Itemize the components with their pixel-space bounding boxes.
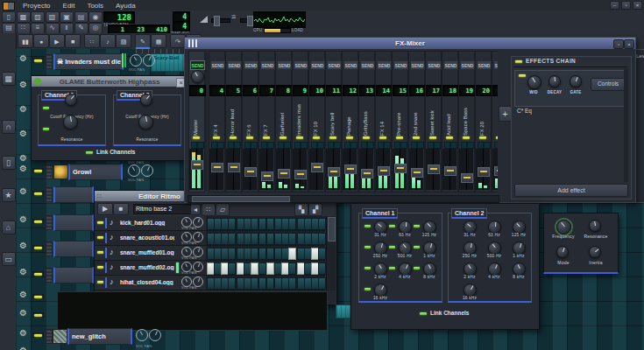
eq-band-knob[interactable]: [513, 262, 526, 276]
beat-cell[interactable]: [258, 218, 266, 230]
beat-track-led[interactable]: [97, 281, 103, 284]
fader-handle[interactable]: [478, 167, 490, 177]
toggle-song-editor-icon[interactable]: ▤: [2, 23, 16, 34]
eq-band-knob[interactable]: [513, 220, 526, 234]
beat-cell[interactable]: [258, 233, 266, 245]
track-gear-icon[interactable]: ⚙: [19, 80, 27, 89]
beat-sample-name[interactable]: snare_muffled01.ogg: [120, 249, 174, 256]
open-recent-icon[interactable]: ▧: [46, 11, 60, 23]
eq-band-led[interactable]: [414, 267, 420, 270]
beat-cell[interactable]: [228, 248, 236, 260]
draw-mode-button[interactable]: ✎: [135, 34, 151, 49]
fader-handle[interactable]: [261, 172, 273, 181]
eq-band-knob[interactable]: [423, 242, 436, 255]
send-button[interactable]: SEND: [210, 60, 225, 70]
eq-band-knob[interactable]: [464, 242, 477, 255]
channel-box-b[interactable]: [317, 142, 324, 149]
resonance-knob[interactable]: [138, 115, 153, 130]
channel-box-a[interactable]: [244, 142, 251, 149]
send-button[interactable]: SEND: [277, 60, 292, 70]
track-gear-icon[interactable]: ⚙: [19, 164, 27, 173]
send-button[interactable]: SEND: [343, 60, 358, 70]
channel-box-b[interactable]: [301, 142, 308, 149]
channel-mute-led[interactable]: [396, 136, 403, 139]
track-name-invaders[interactable]: ☠ Invaders must die: [53, 53, 124, 70]
save-project-icon[interactable]: ▣: [60, 11, 74, 23]
eq-band-led[interactable]: [364, 246, 371, 248]
channel-box-b[interactable]: [234, 142, 241, 149]
track-name-bar[interactable]: [53, 186, 94, 203]
eq-band-led[interactable]: [364, 288, 371, 290]
eq-band-knob[interactable]: [399, 242, 412, 255]
master-pitch-handle[interactable]: [247, 16, 253, 26]
beat-cell[interactable]: [288, 262, 296, 275]
eq-band-knob[interactable]: [399, 220, 412, 234]
track-mute-led[interactable]: [34, 192, 42, 195]
fader-handle[interactable]: [294, 170, 307, 179]
menu-proyecto[interactable]: Proyecto: [18, 2, 56, 10]
send-button[interactable]: SEND: [460, 60, 475, 70]
eq-band-knob[interactable]: [464, 220, 477, 234]
beat-sample-name[interactable]: snare_muffled02.ogg: [120, 264, 174, 270]
beat-track-led[interactable]: [97, 251, 103, 254]
channel-box-a[interactable]: [361, 142, 368, 149]
fader-handle[interactable]: [228, 163, 240, 172]
mixer-strip-14[interactable]: SEND14FX 14: [375, 51, 392, 192]
mixer-strip-21[interactable]: SEND21: [492, 51, 498, 192]
record-button[interactable]: ●: [33, 34, 49, 48]
resonance-led[interactable]: [43, 128, 49, 130]
track-gear-icon[interactable]: ⚙: [19, 329, 27, 338]
menu-edit[interactable]: Edit: [58, 2, 81, 10]
sidebar-presets-icon[interactable]: ▯: [2, 156, 16, 170]
toggle-controller-rack-icon[interactable]: ◎: [88, 23, 103, 34]
beat-cell[interactable]: [228, 262, 236, 275]
resonance-knob[interactable]: [63, 115, 78, 130]
mixer-strip-20[interactable]: SEND20FX 20: [475, 51, 492, 192]
eq-band-led[interactable]: [389, 225, 395, 228]
channel-mute-led[interactable]: [213, 136, 220, 139]
sidebar-home-icon[interactable]: ⌂: [2, 220, 16, 234]
track-mute-led[interactable]: [34, 334, 42, 337]
eq-band-knob[interactable]: [464, 262, 477, 276]
mode-knob[interactable]: [556, 246, 569, 258]
fader-handle[interactable]: [344, 164, 357, 174]
gate-knob[interactable]: [570, 75, 582, 88]
send-button[interactable]: SEND: [190, 60, 205, 70]
mixer-strip-9[interactable]: SEND9Invaders mus: [292, 51, 308, 192]
new-project-icon[interactable]: ▯: [2, 11, 16, 23]
channel-mute-led[interactable]: [193, 136, 200, 139]
send-button[interactable]: SEND: [427, 60, 442, 70]
menu-tools[interactable]: Tools: [81, 2, 109, 10]
mixer-strip-13[interactable]: SEND13GrittyBass: [358, 51, 375, 192]
mixer-strip-8[interactable]: SEND8Garfunkel: [275, 51, 292, 192]
eq-band-knob[interactable]: [423, 262, 436, 276]
eq-band-knob[interactable]: [513, 242, 526, 255]
beat-folder-button[interactable]: ▱: [216, 203, 230, 216]
track-mute-led[interactable]: [34, 273, 42, 276]
send-button[interactable]: SEND: [410, 60, 425, 70]
channel-box-a[interactable]: [461, 142, 468, 149]
track-grip[interactable]: [46, 268, 53, 283]
steps-remove-button[interactable]: ▚: [294, 203, 308, 216]
beat-track-grip[interactable]: [105, 262, 107, 273]
beat-cell[interactable]: [318, 248, 326, 260]
channel-mute-led[interactable]: [363, 136, 370, 139]
toggle-piano-roll-icon[interactable]: ≡: [31, 23, 45, 34]
mixer-strip-19[interactable]: SEND19Space Bass: [458, 51, 475, 192]
eq-band-led[interactable]: [364, 267, 371, 270]
channel-mute-led[interactable]: [296, 136, 303, 139]
toggle-automation-editor-icon[interactable]: ∿: [46, 23, 60, 34]
wd-knob[interactable]: [527, 75, 541, 89]
eq-band-knob[interactable]: [374, 220, 387, 234]
decay-knob[interactable]: [548, 75, 561, 88]
eq-band-knob[interactable]: [374, 284, 387, 297]
beat-cell[interactable]: [288, 233, 296, 245]
add-sample-track-button[interactable]: ♪: [100, 34, 116, 48]
track-name-bar[interactable]: [53, 241, 94, 257]
eq-band-knob[interactable]: [464, 284, 477, 297]
track-mute-led[interactable]: [34, 220, 42, 223]
resonance-knob[interactable]: [589, 220, 601, 232]
track-gear-icon[interactable]: ⚙: [19, 105, 27, 114]
mixer-strip-6[interactable]: SEND6FX 6: [242, 51, 258, 192]
send-button[interactable]: SEND: [260, 60, 275, 70]
